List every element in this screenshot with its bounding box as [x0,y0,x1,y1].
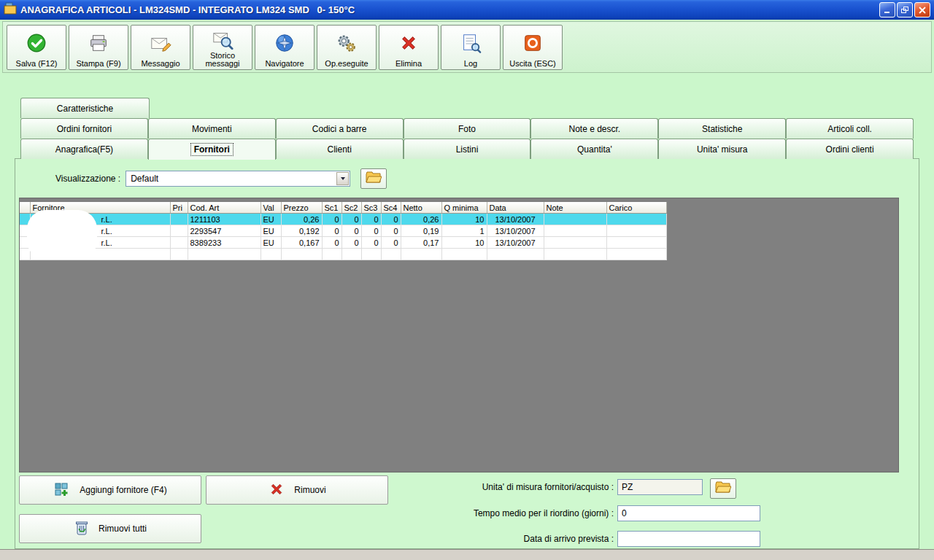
tab-movimenti[interactable]: Movimenti [148,118,276,139]
log-button-label: Log [464,60,477,68]
cell-pri[interactable] [170,214,188,225]
cell-note[interactable] [544,237,606,249]
supplier-row[interactable]: r.L. 1211103 EU 0,26 0 0 0 0 0,26 10 13/… [20,214,666,225]
arrival-date-field[interactable] [617,531,760,547]
save-button[interactable]: Salva (F12) [7,25,66,70]
print-button[interactable]: Stampa (F9) [69,25,128,70]
col-header-cod-art[interactable]: Cod. Art [188,202,260,214]
tab-codici-a-barre[interactable]: Codici a barre [276,118,404,139]
cell-q-minima[interactable]: 1 [441,225,487,237]
cell-prezzo[interactable]: 0,26 [281,214,322,225]
tab-label: Foto [458,124,476,134]
tab-label: Articoli coll. [827,124,872,134]
cell-sc2[interactable]: 0 [341,237,361,249]
col-header-prezzo[interactable]: Prezzo [281,202,322,214]
cell-sc4[interactable]: 0 [381,237,401,249]
message-history-icon [212,27,234,52]
tab-clienti[interactable]: Clienti [276,139,404,159]
cell-data[interactable]: 13/10/2007 [487,237,544,249]
cell-pri[interactable] [170,225,188,237]
log-button[interactable]: Log [441,25,501,70]
tab-anagrafica[interactable]: Anagrafica(F5) [20,139,148,159]
cell-sc4[interactable]: 0 [381,214,401,225]
cell-prezzo[interactable]: 0,192 [281,225,322,237]
cell-note[interactable] [544,225,606,237]
cell-sc2[interactable]: 0 [341,214,361,225]
tab-label: Movimenti [192,124,232,134]
tab-unita-misura[interactable]: Unita' misura [658,139,786,159]
add-supplier-button[interactable]: Aggiungi fornitore (F4) [19,475,201,505]
tab-ordini-fornitori[interactable]: Ordini fornitori [20,118,148,139]
combobox-dropdown-button[interactable] [336,172,349,185]
cell-carico[interactable] [606,237,666,249]
cell-netto[interactable]: 0,26 [401,214,441,225]
unit-folder-button[interactable] [710,478,736,499]
col-header-q-minima[interactable]: Q minima [441,202,487,214]
cell-netto[interactable]: 0,19 [401,225,441,237]
cell-val[interactable]: EU [260,225,281,237]
fornitori-panel: Visualizzazione : Default Fornitore Pri … [15,158,919,549]
col-header-val[interactable]: Val [260,202,281,214]
tab-foto[interactable]: Foto [404,118,531,139]
view-folder-button[interactable] [360,168,387,189]
supplier-row[interactable]: r.L. 2293547 EU 0,192 0 0 0 0 0,19 1 13/… [20,225,666,237]
tab-statistiche[interactable]: Statistiche [658,118,786,139]
col-header-sc4[interactable]: Sc4 [381,202,401,214]
cell-q-minima[interactable]: 10 [441,214,487,225]
supplier-row[interactable]: r.L. 8389233 EU 0,167 0 0 0 0 0,17 10 13… [20,237,666,249]
cell-val[interactable]: EU [260,237,281,249]
col-header-sc2[interactable]: Sc2 [341,202,361,214]
col-header-sc3[interactable]: Sc3 [361,202,381,214]
minimize-button[interactable] [879,2,895,18]
exit-button[interactable]: Uscita (ESC) [503,25,563,70]
tab-articoli-coll[interactable]: Articoli coll. [786,118,914,139]
col-header-selector[interactable] [20,202,30,214]
cell-data[interactable]: 13/10/2007 [487,225,544,237]
view-combobox-value: Default [131,174,158,184]
cell-cod-art[interactable]: 1211103 [188,214,260,225]
tab-listini[interactable]: Listini [404,139,531,159]
col-header-data[interactable]: Data [487,202,544,214]
cell-sc3[interactable]: 0 [361,237,381,249]
cell-prezzo[interactable]: 0,167 [281,237,322,249]
col-header-carico[interactable]: Carico [606,202,666,214]
navigator-button[interactable]: Navigatore [255,25,314,70]
view-combobox[interactable]: Default [126,171,350,187]
remove-all-suppliers-button[interactable]: Rimuovi tutti [19,514,201,543]
cell-cod-art[interactable]: 2293547 [188,225,260,237]
close-button[interactable] [914,2,930,18]
cell-sc4[interactable]: 0 [381,225,401,237]
message-button[interactable]: Messaggio [131,25,190,70]
operations-button[interactable]: Op.eseguite [317,25,377,70]
operations-button-label: Op.eseguite [325,60,368,68]
cell-sc1[interactable]: 0 [322,237,341,249]
cell-cod-art[interactable]: 8389233 [188,237,260,249]
cell-carico[interactable] [606,214,666,225]
col-header-sc1[interactable]: Sc1 [322,202,341,214]
cell-sc1[interactable]: 0 [322,214,341,225]
tab-fornitori-active[interactable]: Fornitori [148,139,276,160]
cell-note[interactable] [544,214,606,225]
delete-button[interactable]: Elimina [379,25,439,70]
cell-data[interactable]: 13/10/2007 [487,214,544,225]
cell-netto[interactable]: 0,17 [401,237,441,249]
cell-sc3[interactable]: 0 [361,214,381,225]
cell-carico[interactable] [606,225,666,237]
tab-note-e-descr[interactable]: Note e descr. [530,118,658,139]
col-header-note[interactable]: Note [544,202,606,214]
tab-caratteristiche[interactable]: Caratteristiche [20,98,150,118]
reorder-time-field[interactable] [617,505,760,521]
unit-of-measure-field[interactable] [617,479,703,495]
col-header-netto[interactable]: Netto [401,202,441,214]
restore-button[interactable] [897,2,913,18]
tab-ordini-clienti[interactable]: Ordini clienti [786,139,914,159]
tab-quantita[interactable]: Quantita' [530,139,658,159]
cell-pri[interactable] [170,237,188,249]
cell-val[interactable]: EU [260,214,281,225]
cell-sc1[interactable]: 0 [322,225,341,237]
cell-sc3[interactable]: 0 [361,225,381,237]
cell-sc2[interactable]: 0 [341,225,361,237]
col-header-pri[interactable]: Pri [170,202,188,214]
message-history-button[interactable]: Storico messaggi [193,25,252,70]
cell-q-minima[interactable]: 10 [441,237,487,249]
